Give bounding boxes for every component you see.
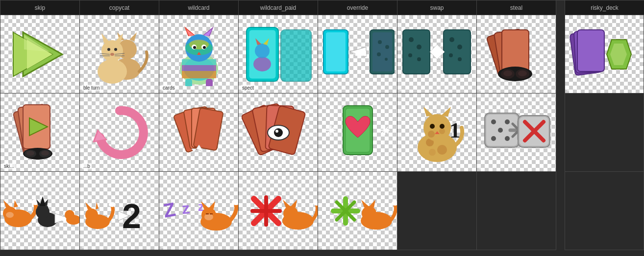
sprite-override-row2 [318,93,397,172]
svg-point-146 [449,37,454,42]
svg-point-169 [430,124,435,129]
sprite-swap-row2: 1 [397,93,477,172]
sprite-steal-row1-label [479,90,482,91]
sprite-risky-deck-row1-label [567,90,570,91]
sprite-wildcard-row1: cards [159,15,239,93]
sprite-copycat-row3-label [82,247,85,248]
svg-point-49 [378,40,382,44]
svg-rect-54 [355,51,366,56]
svg-point-108 [109,202,116,207]
svg-rect-145 [444,30,471,74]
svg-text:Z: Z [161,198,177,221]
sprite-risky-deck-row1 [565,15,644,93]
sprite-skip-row2-label: ski... [2,163,16,169]
svg-point-118 [204,213,213,220]
svg-point-166 [439,128,445,134]
svg-point-76 [274,128,283,137]
sprite-wildcard-paid-row1: spect [239,15,318,93]
svg-point-41 [255,44,270,58]
svg-point-52 [385,58,388,61]
svg-text:1: 1 [449,118,461,142]
svg-point-136 [362,206,376,221]
svg-point-12 [107,48,110,51]
sprite-swap-row1 [397,15,477,93]
svg-rect-190 [577,30,604,71]
svg-marker-137 [361,200,370,208]
svg-point-62 [26,151,34,156]
sprite-swap-row3 [397,172,477,250]
svg-point-33 [193,46,196,49]
sprite-risky-deck-row3 [565,172,644,250]
svg-rect-36 [185,79,192,86]
svg-point-130 [313,201,318,206]
svg-marker-168 [441,107,451,116]
svg-point-162 [437,145,447,155]
svg-point-142 [417,45,421,49]
sprite-override-row2-label [320,168,323,169]
svg-rect-37 [206,79,213,86]
sprite-copycat-row2-label: ...b [82,163,92,169]
sprite-wildcard-row1-label: cards [161,85,176,91]
svg-point-13 [114,48,117,51]
sprite-wildcard-paid-row1-label: spect [241,85,255,91]
sprite-wildcard-paid-row3-label [241,247,244,248]
sprite-override-row1 [318,15,397,93]
sprite-override-row1-label [320,90,323,91]
svg-point-141 [409,37,414,42]
svg-point-50 [385,45,389,49]
svg-rect-99 [37,206,48,209]
svg-marker-117 [209,201,215,209]
svg-point-175 [491,119,496,124]
svg-point-179 [505,136,510,141]
svg-point-170 [440,124,445,129]
svg-point-164 [423,114,451,141]
col-header-wildcard: wildcard [159,0,239,15]
col-header-risky-deck: risky_deck [565,0,644,15]
sprite-copycat-row1-label: ble turn [82,85,101,91]
sprite-wildcard-row3: Z z z [159,172,239,250]
col-header-steal: steal [477,0,556,15]
svg-point-105 [85,209,98,221]
svg-marker-107 [96,202,99,209]
svg-point-92 [6,212,14,218]
svg-marker-98 [39,196,46,207]
svg-marker-151 [431,46,444,58]
col-header-copycat: copycat [80,0,159,15]
svg-point-148 [449,53,453,57]
sprite-override-row3 [318,172,397,250]
sprite-copycat-row3: 2 [80,172,159,250]
sprite-swap-row2-label [399,168,402,169]
svg-point-63 [41,151,49,156]
svg-point-163 [429,149,436,156]
svg-rect-46 [326,32,346,71]
svg-point-149 [458,57,462,61]
svg-marker-138 [369,200,375,208]
svg-marker-129 [291,200,297,208]
sprite-skip-row2: ski... [0,93,80,172]
sprite-steal-row1 [477,15,556,93]
svg-marker-128 [283,200,291,208]
col-header-wildcard-paid: wildcard_paid [239,0,318,15]
svg-marker-7 [129,32,137,41]
svg-marker-90 [3,200,11,208]
svg-marker-91 [14,200,18,208]
svg-point-143 [408,53,412,57]
svg-rect-140 [403,30,430,74]
svg-point-8 [98,59,127,84]
svg-point-139 [392,201,397,206]
sprite-wildcard-row2-label [161,168,164,169]
svg-point-178 [491,136,496,141]
sprite-swap-row1-label [399,90,402,91]
sprite-wildcard-paid-row3 [239,172,318,250]
svg-rect-22 [182,65,216,71]
sprite-skip-row1 [0,15,80,93]
svg-marker-167 [423,107,433,116]
svg-rect-44 [281,30,311,81]
svg-marker-106 [85,202,92,209]
sprite-wildcard-paid-row2 [239,93,318,172]
sprite-risky-deck-row2 [565,93,644,172]
svg-point-158 [503,70,512,76]
sprite-steal-row3 [477,172,556,250]
svg-point-121 [232,199,238,205]
sprite-wildcard-row2 [159,93,239,172]
